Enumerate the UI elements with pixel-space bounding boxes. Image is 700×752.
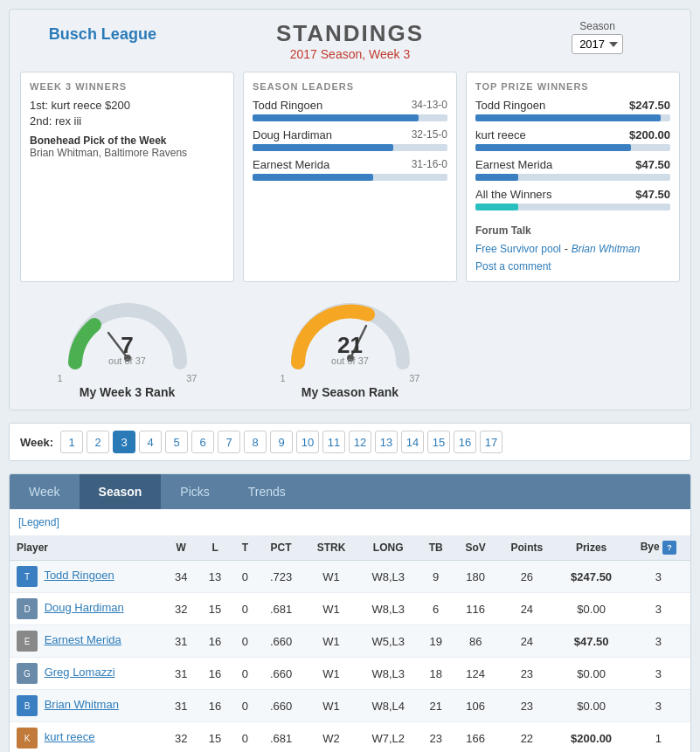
cell-prizes: $47.50	[556, 625, 626, 658]
week-tab-3[interactable]: 3	[113, 431, 135, 453]
leader-row-2: Doug Hardiman 32-15-0	[253, 128, 447, 151]
cell-strk: W1	[304, 690, 358, 722]
week-tab-1[interactable]: 1	[60, 431, 83, 453]
week-tab-17[interactable]: 17	[480, 431, 502, 453]
tab-week[interactable]: Week	[10, 474, 80, 509]
season-rank-gauge: 21 out of 37 1 37 My Season Rank	[243, 293, 457, 399]
player-link[interactable]: Greg Lomazzi	[45, 666, 115, 679]
player-avatar: K	[17, 728, 38, 749]
bonehead-label: Bonehead Pick of the Week	[30, 135, 225, 147]
cell-prizes: $200.00	[556, 722, 626, 753]
post-comment-link[interactable]: Post a comment	[475, 260, 670, 273]
table-row: D Doug Hardiman 32 15 0 .681 W1 W8,L3 6 …	[10, 593, 690, 625]
cell-t: 0	[232, 625, 259, 658]
standings-title: STANDINGS	[185, 20, 516, 47]
cell-points: 24	[497, 625, 556, 658]
cell-l: 13	[198, 561, 232, 593]
standings-table: Player W L T PCT STRK LONG TB SoV Points…	[10, 535, 690, 752]
cell-bye: 3	[627, 690, 690, 722]
cell-w: 32	[164, 593, 198, 625]
second-place-label: 2nd: rex iii	[30, 114, 81, 128]
header-bye: Bye ?	[627, 535, 690, 561]
player-name-cell: K kurt reece	[10, 722, 164, 753]
season-label: Season	[579, 20, 615, 32]
prize-name-1: Todd Ringoen	[475, 99, 622, 112]
cell-tb: 19	[418, 625, 454, 658]
table-row: E Earnest Merida 31 16 0 .660 W1 W5,L3 1…	[10, 625, 690, 658]
header-strk: STRK	[304, 535, 358, 561]
player-link[interactable]: Earnest Merida	[45, 633, 121, 646]
first-place-label: 1st: kurt reece $200	[30, 99, 130, 112]
week-nav: Week: 1 2 3 4 5 6 7 8 9 10 11 12 13 14 1…	[9, 423, 691, 461]
cell-strk: W1	[304, 593, 358, 625]
week-tab-15[interactable]: 15	[427, 431, 450, 453]
cell-prizes: $0.00	[556, 593, 626, 625]
player-avatar: E	[17, 631, 38, 652]
week-tab-2[interactable]: 2	[87, 431, 109, 453]
week-tab-6[interactable]: 6	[191, 431, 214, 453]
week-tab-5[interactable]: 5	[165, 431, 188, 453]
forum-talk-label: Forum Talk	[475, 224, 670, 237]
cell-tb: 21	[418, 690, 454, 722]
player-name-cell: G Greg Lomazzi	[10, 658, 164, 690]
week-tab-8[interactable]: 8	[244, 431, 267, 453]
week-tab-16[interactable]: 16	[454, 431, 476, 453]
legend-link[interactable]: [Legend]	[10, 509, 690, 535]
forum-link[interactable]: Free Survivor pool	[475, 243, 561, 255]
cell-w: 31	[164, 625, 198, 658]
cell-points: 23	[497, 690, 556, 722]
player-link[interactable]: kurt reece	[45, 730, 95, 743]
week-gauge-min: 1	[58, 373, 63, 383]
cell-long: W8,L3	[358, 593, 418, 625]
week-tab-11[interactable]: 11	[322, 431, 345, 453]
player-avatar: B	[17, 695, 38, 716]
bye-info-icon[interactable]: ?	[662, 541, 676, 555]
cell-tb: 9	[418, 561, 454, 593]
cell-long: W5,L3	[358, 625, 418, 658]
cell-bye: 3	[627, 658, 690, 690]
week-tab-10[interactable]: 10	[296, 431, 319, 453]
forum-author: Brian Whitman	[572, 243, 641, 255]
cell-strk: W1	[304, 561, 358, 593]
cell-bye: 3	[627, 625, 690, 658]
cell-pct: .660	[258, 625, 304, 658]
standings-card: Busch League STANDINGS 2017 Season, Week…	[9, 9, 691, 410]
cell-t: 0	[232, 593, 259, 625]
prize-amount-1: $247.50	[629, 99, 670, 112]
header-tb: TB	[418, 535, 454, 561]
prize-name-2: kurt reece	[475, 128, 622, 141]
cell-w: 32	[164, 722, 198, 753]
player-link[interactable]: Brian Whitman	[45, 698, 119, 711]
week-nav-label: Week:	[20, 436, 53, 449]
cell-strk: W2	[304, 722, 358, 753]
player-link[interactable]: Todd Ringoen	[44, 569, 114, 582]
table-row: B Brian Whitman 31 16 0 .660 W1 W8,L4 21…	[10, 690, 690, 722]
header-sov: SoV	[454, 535, 497, 561]
leader-name-1: Todd Ringoen	[253, 99, 322, 112]
tab-trends[interactable]: Trends	[229, 474, 305, 509]
cell-w: 31	[164, 658, 198, 690]
cell-points: 26	[497, 561, 556, 593]
leader-row-1: Todd Ringoen 34-13-0	[253, 99, 447, 121]
week-tab-14[interactable]: 14	[401, 431, 424, 453]
week-tab-13[interactable]: 13	[375, 431, 398, 453]
tab-season[interactable]: Season	[80, 474, 162, 509]
week-tab-9[interactable]: 9	[270, 431, 293, 453]
leader-name-2: Doug Hardiman	[253, 128, 332, 141]
week-tab-12[interactable]: 12	[349, 431, 371, 453]
league-title: Busch League	[20, 25, 185, 44]
player-link[interactable]: Doug Hardiman	[45, 601, 124, 614]
week-rank-title: My Week 3 Rank	[80, 385, 175, 399]
cell-sov: 180	[454, 561, 497, 593]
season-selector: Season 2017 2016 2015	[515, 20, 680, 54]
season-dropdown[interactable]: 2017 2016 2015	[572, 34, 623, 54]
week-tab-7[interactable]: 7	[218, 431, 240, 453]
cell-pct: .723	[258, 561, 304, 593]
top-prize-title: TOP PRIZE WINNERS	[475, 81, 670, 92]
cell-pct: .681	[258, 722, 304, 753]
header-points: Points	[497, 535, 556, 561]
tab-picks[interactable]: Picks	[161, 474, 228, 509]
week-tab-4[interactable]: 4	[139, 431, 162, 453]
first-place-winner: 1st: kurt reece $200	[30, 99, 225, 112]
cell-l: 15	[198, 593, 232, 625]
